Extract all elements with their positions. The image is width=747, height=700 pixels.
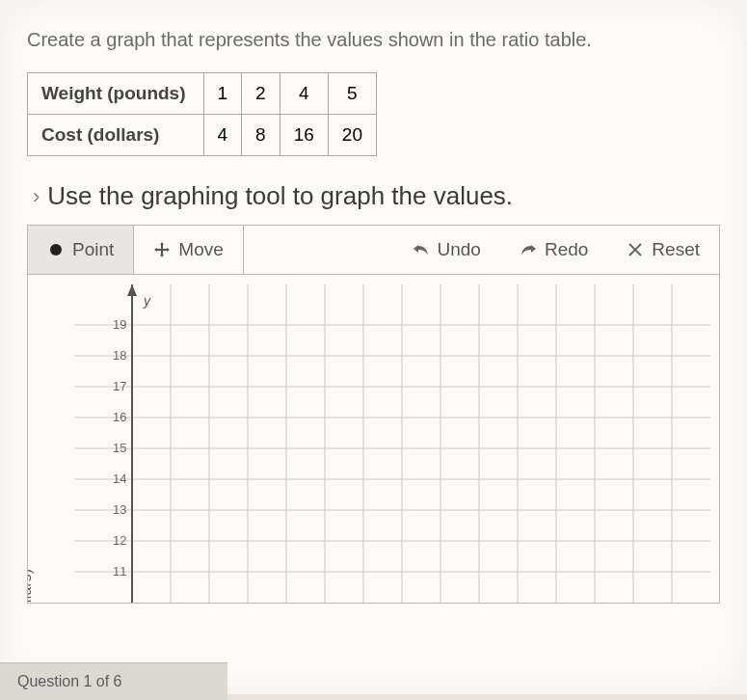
y-tick: 14 xyxy=(113,471,126,486)
move-label: Move xyxy=(178,239,223,260)
cell: 1 xyxy=(203,73,242,115)
graphing-tool: Point Move Undo Redo xyxy=(27,225,720,604)
undo-icon xyxy=(413,241,430,258)
move-icon xyxy=(153,241,171,258)
cell: 2 xyxy=(242,73,280,115)
y-tick: 18 xyxy=(113,348,126,363)
redo-label: Redo xyxy=(545,239,588,260)
cell: 16 xyxy=(280,115,328,156)
point-icon xyxy=(47,241,65,258)
reset-button[interactable]: Reset xyxy=(607,226,719,274)
cell: 4 xyxy=(280,73,328,115)
y-tick: 19 xyxy=(113,317,126,332)
y-tick: 12 xyxy=(113,533,126,548)
row-label-cost: Cost (dollars) xyxy=(28,115,204,156)
instruction-label: Use the graphing tool to graph the value… xyxy=(47,181,513,210)
y-axis-letter: y xyxy=(143,293,151,309)
y-tick: 16 xyxy=(113,410,126,424)
cell: 20 xyxy=(328,115,376,156)
toolbar-spacer xyxy=(244,226,393,274)
table-row: Cost (dollars) 4 8 16 20 xyxy=(28,115,377,156)
instruction-text: ›Use the graphing tool to graph the valu… xyxy=(33,181,720,211)
cell: 5 xyxy=(328,73,376,115)
close-icon xyxy=(627,241,644,258)
y-tick: 11 xyxy=(113,564,126,579)
cell: 4 xyxy=(203,115,242,156)
cell: 8 xyxy=(242,115,280,156)
move-tool-button[interactable]: Move xyxy=(134,226,243,274)
y-tick: 15 xyxy=(113,441,126,455)
undo-button[interactable]: Undo xyxy=(393,226,500,274)
graph-toolbar: Point Move Undo Redo xyxy=(28,226,719,275)
ratio-table: Weight (pounds) 1 2 4 5 Cost (dollars) 4… xyxy=(27,72,377,156)
chevron-right-icon: › xyxy=(33,184,40,208)
row-label-weight: Weight (pounds) xyxy=(28,73,204,115)
graph-canvas[interactable]: llars) xyxy=(28,275,719,603)
redo-icon xyxy=(520,241,537,258)
question-progress: Question 1 of 6 xyxy=(0,662,227,700)
y-axis-title: llars) xyxy=(28,569,34,604)
y-tick: 17 xyxy=(113,379,126,393)
undo-label: Undo xyxy=(438,239,481,260)
redo-button[interactable]: Redo xyxy=(500,226,607,274)
question-prompt: Create a graph that represents the value… xyxy=(27,29,720,51)
point-tool-button[interactable]: Point xyxy=(28,226,134,274)
reset-label: Reset xyxy=(652,239,700,260)
table-row: Weight (pounds) 1 2 4 5 xyxy=(28,73,377,115)
y-tick: 13 xyxy=(113,502,126,517)
point-label: Point xyxy=(72,239,114,260)
graph-grid: 19 18 17 16 15 14 13 12 11 y xyxy=(74,284,710,603)
svg-marker-25 xyxy=(127,284,137,296)
